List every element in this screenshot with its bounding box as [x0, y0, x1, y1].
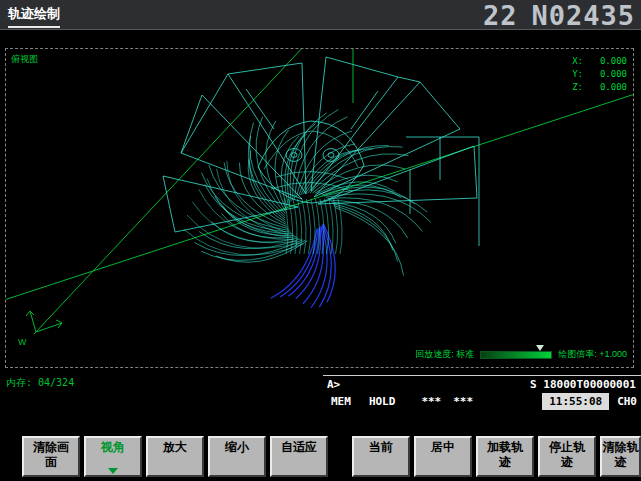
- playback-bar: 回放速度: 标准 绘图倍率: +1.000: [415, 348, 627, 361]
- playback-speed-label: 回放速度: 标准: [415, 348, 474, 361]
- softkey-auto-fit[interactable]: 自适应: [270, 436, 328, 477]
- softkey-clear-screen[interactable]: 清除画面: [22, 436, 80, 477]
- softkey-zoom-in[interactable]: 放大: [146, 436, 204, 477]
- softkey-stop-trace[interactable]: 停止轨迹: [538, 436, 596, 477]
- draw-ratio-label: 绘图倍率: +1.000: [558, 348, 627, 361]
- graphics-panel: W 俯视图 X:0.000 Y:0.000 Z:0.000 回放速度: 标准 绘…: [5, 48, 634, 368]
- softkey-center[interactable]: 居中: [414, 436, 472, 477]
- softkey-clear-trace[interactable]: 清除轨迹: [600, 436, 641, 477]
- status-bar: MEM HOLD *** *** 11:55:08 CH0: [323, 392, 641, 411]
- memory-counter: 内存: 04/324: [6, 376, 74, 390]
- chevron-down-icon: [108, 468, 118, 474]
- softkey-load-trace[interactable]: 加载轨迹: [476, 436, 534, 477]
- status-flag-2: ***: [453, 395, 473, 408]
- softkey-view-angle[interactable]: 视角: [84, 436, 142, 477]
- channel-label: CH0: [617, 395, 637, 408]
- playback-slider[interactable]: [480, 351, 552, 359]
- softkey-zoom-out[interactable]: 缩小: [208, 436, 266, 477]
- coords-readout: X:0.000 Y:0.000 Z:0.000: [572, 55, 627, 94]
- coord-row-z: Z:0.000: [572, 81, 627, 94]
- mdi-separator: [323, 375, 641, 376]
- axis-w-label: W: [18, 337, 27, 347]
- status-hold: HOLD: [369, 395, 396, 408]
- window-header: 轨迹绘制 22N02435: [0, 0, 641, 30]
- clock: 11:55:08: [542, 393, 609, 410]
- toolpath-svg: W: [6, 49, 633, 367]
- softkey-bar: 清除画面 视角 放大 缩小 自适应 当前 居中 加载轨迹 停止轨迹 清除轨迹: [0, 412, 641, 481]
- slider-marker-icon[interactable]: [536, 345, 544, 351]
- coord-row-x: X:0.000: [572, 55, 627, 68]
- program-count: 22: [483, 0, 518, 31]
- spindle-tool-readout: S 18000T00000001: [530, 378, 636, 391]
- softkey-current[interactable]: 当前: [352, 436, 410, 477]
- coord-row-y: Y:0.000: [572, 68, 627, 81]
- view-label: 俯视图: [11, 53, 38, 66]
- block-number: N02435: [531, 0, 635, 31]
- status-mode: MEM: [331, 395, 351, 408]
- program-number: 22N02435: [483, 0, 635, 30]
- page-title: 轨迹绘制: [8, 5, 60, 28]
- mdi-prompt[interactable]: A>: [327, 378, 340, 391]
- status-flag-1: ***: [421, 395, 441, 408]
